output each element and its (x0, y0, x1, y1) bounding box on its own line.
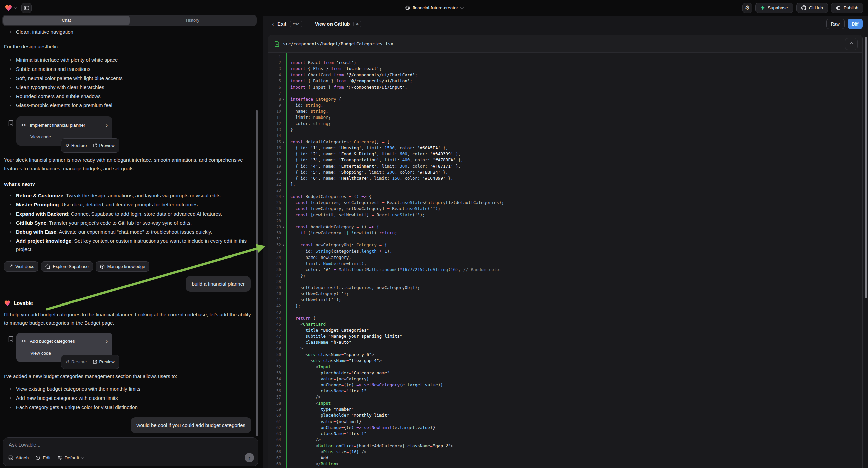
code-text: { id: '1', name: 'Housing', limit: 1500,… (285, 145, 448, 151)
fold-gutter (281, 279, 285, 285)
code-text: { id: '6', name: 'Healthcare', limit: 15… (285, 175, 453, 181)
explore-supabase-button[interactable]: Explore Supabase (41, 261, 93, 272)
fold-gutter (281, 120, 285, 126)
logo-menu-chevron-icon[interactable] (14, 6, 18, 9)
version-card-add-budget-categories[interactable]: <> Add budget categories › View code ↺ R… (17, 333, 113, 362)
edit-button[interactable]: Edit (35, 455, 50, 460)
view-on-github-button[interactable]: View on GitHub (315, 21, 350, 27)
fold-chevron-icon[interactable]: ∨ (281, 96, 285, 103)
tab-history[interactable]: History (129, 16, 256, 25)
preview-button[interactable]: Preview (93, 141, 115, 150)
list-item: Debug with Ease: Activate our experiment… (4, 228, 255, 237)
whats-next-heading: What's next? (4, 180, 255, 188)
mode-select-default[interactable]: Default (57, 455, 84, 460)
code-line: 21 { id: '6', name: 'Healthcare', limit:… (269, 175, 862, 181)
line-number: 27 (271, 212, 281, 218)
line-number: 11 (271, 115, 281, 120)
code-line: 68 </Button> (269, 461, 862, 467)
chat-message-list[interactable]: Clean, intuitive navigation For the desi… (4, 27, 255, 414)
fold-gutter (281, 394, 285, 400)
code-line: 67 Add (269, 455, 862, 461)
mode-label: Default (65, 455, 79, 460)
fold-gutter (281, 78, 285, 84)
panel-icon (24, 5, 29, 11)
chat-input-box[interactable]: Attach Edit Default ↑ (3, 437, 258, 466)
line-number: 23 (271, 187, 281, 194)
diff-toggle-button[interactable]: Diff (847, 19, 863, 29)
code-text: const defaultCategories: Category[] = [ (285, 139, 390, 145)
exit-button[interactable]: Exit (277, 21, 286, 27)
line-number: 31 (271, 236, 281, 242)
send-button[interactable]: ↑ (245, 453, 254, 462)
fold-gutter (281, 248, 285, 255)
raw-toggle-button[interactable]: Raw (827, 19, 844, 29)
list-item: Clean, intuitive navigation (4, 28, 255, 37)
chat-input[interactable] (9, 442, 210, 447)
toggle-sidebar-button[interactable] (22, 3, 32, 13)
user-message: build a financial planner (186, 276, 251, 292)
code-line: 25 const [categories, setCategories] = R… (269, 200, 862, 206)
lovable-logo-icon[interactable] (5, 4, 12, 12)
preview-button[interactable]: Preview (93, 357, 115, 366)
code-line: 8∨interface Category { (269, 96, 862, 103)
line-number: 3 (271, 66, 281, 72)
line-number: 51 (271, 357, 281, 363)
line-number: 44 (271, 315, 281, 321)
restore-label: Restore (71, 357, 87, 366)
settings-button[interactable]: ⚙ (742, 3, 752, 13)
message-options-button[interactable]: ··· (243, 299, 249, 307)
code-icon: <> (21, 337, 27, 346)
project-switcher[interactable]: financial-future-creator (405, 0, 463, 16)
fold-chevron-icon[interactable]: ∨ (281, 242, 285, 248)
code-text: limit: Number(newLimit), (285, 261, 366, 267)
code-line: 20 { id: '5', name: 'Shopping', limit: 2… (269, 169, 862, 175)
code-text: <div className="flex gap-4"> (285, 357, 382, 363)
list-item: Glass-morphic elements for a premium fee… (4, 101, 255, 110)
code-text: const BudgetCategories = () => { (285, 194, 372, 200)
code-line: 29∨ const handleAddCategory = () => { (269, 224, 862, 230)
code-line: 52 <Input (269, 364, 862, 370)
bullet-dot (10, 96, 11, 97)
fold-gutter (281, 419, 285, 425)
fold-gutter (281, 309, 285, 315)
bullet-dot (10, 388, 11, 390)
restore-button[interactable]: ↺ Restore (66, 141, 87, 150)
fold-gutter (281, 382, 285, 388)
code-line: 51 <div className="flex gap-4"> (269, 357, 862, 363)
bullet-text: Glass-morphic elements for a premium fee… (16, 101, 113, 110)
line-number: 36 (271, 267, 281, 273)
restore-button[interactable]: ↺ Restore (66, 357, 87, 366)
fold-chevron-icon[interactable]: ∨ (281, 139, 285, 145)
code-line: 64 /> (269, 437, 862, 443)
code-text: subtitle="Manage your spending limits" (285, 333, 402, 340)
line-number: 4 (271, 72, 281, 78)
supabase-button[interactable]: Supabase (755, 3, 793, 13)
file-header[interactable]: src/components/budget/BudgetCategories.t… (269, 35, 862, 53)
version-card-implement-financial-planner[interactable]: <> Implement financial planner › View co… (17, 117, 113, 146)
code-line: 3import { Plus } from 'lucide-react'; (269, 66, 862, 72)
attach-image-icon (8, 455, 13, 460)
code-text: { id: '2', name: 'Food & Dining', limit:… (285, 151, 461, 157)
edit-label: Edit (42, 455, 50, 460)
line-number: 17 (271, 151, 281, 157)
fold-chevron-icon[interactable]: ∨ (281, 194, 285, 200)
fold-gutter (281, 431, 285, 437)
visit-docs-button[interactable]: Visit docs (4, 261, 38, 272)
agent-paragraph: I've added a new budget categories manag… (4, 372, 252, 380)
chat-scrollbar[interactable] (256, 110, 258, 436)
attach-button[interactable]: Attach (8, 455, 29, 460)
project-name: financial-future-creator (413, 5, 458, 10)
code-scrollbar[interactable] (865, 37, 867, 298)
fold-chevron-icon[interactable]: ∨ (281, 224, 285, 230)
github-button[interactable]: GitHub (796, 3, 828, 13)
publish-button[interactable]: Publish (831, 3, 863, 13)
code-text: setCategories([...categories, newCategor… (285, 285, 420, 291)
code-line: 53 placeholder="Category name" (269, 370, 862, 376)
code-text: </Button> (285, 461, 339, 467)
line-number: 21 (271, 175, 281, 181)
manage-knowledge-button[interactable]: Manage knowledge (96, 261, 150, 272)
line-number: 40 (271, 291, 281, 297)
list-item: Refine & Customize: Tweak the design, an… (4, 192, 255, 200)
tab-chat[interactable]: Chat (3, 16, 129, 25)
collapse-file-button[interactable] (845, 38, 858, 50)
